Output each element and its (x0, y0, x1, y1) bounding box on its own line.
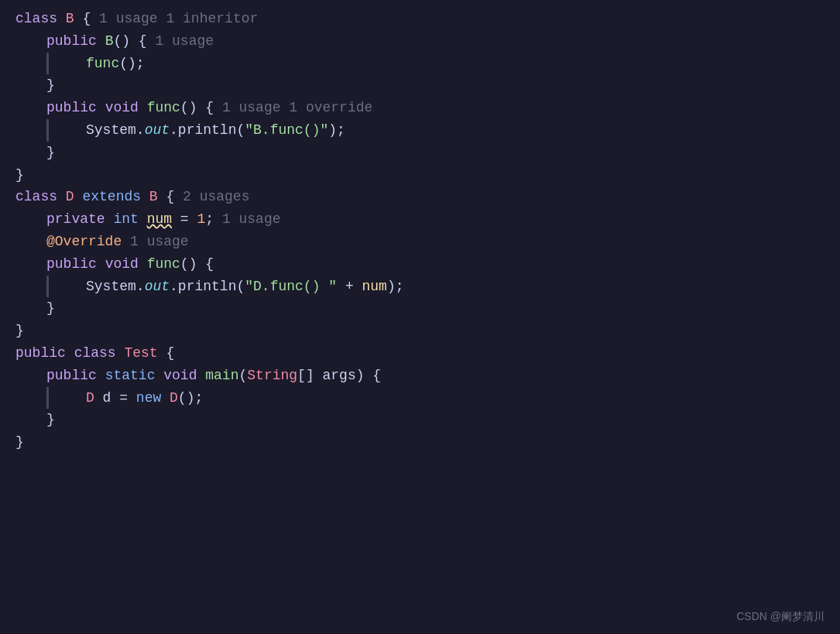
code-line: class D extends B { 2 usages (0, 186, 840, 208)
code-line: System.out.println("B.func()"); (0, 119, 840, 142)
code-line: func(); (0, 53, 840, 75)
code-editor: class B { 1 usage 1 inheritorpublic B() … (0, 0, 840, 634)
code-line: } (0, 431, 840, 454)
code-line: } (0, 409, 840, 431)
code-line: public class Test { (0, 342, 840, 365)
code-line: } (0, 320, 840, 342)
code-line: public static void main(String[] args) { (0, 365, 840, 387)
code-line: @Override 1 usage (0, 231, 840, 253)
code-line: public void func() { (0, 253, 840, 276)
code-line: } (0, 297, 840, 320)
code-line: public void func() { 1 usage 1 override (0, 97, 840, 119)
code-line: } (0, 142, 840, 164)
watermark: CSDN @阑梦清川 (736, 608, 825, 625)
code-container: class B { 1 usage 1 inheritorpublic B() … (0, 8, 840, 454)
code-line: D d = new D(); (0, 387, 840, 410)
code-line: System.out.println("D.func() " + num); (0, 276, 840, 298)
code-line: } (0, 74, 840, 97)
code-line: class B { 1 usage 1 inheritor (0, 8, 840, 30)
code-line: private int num = 1; 1 usage (0, 208, 840, 231)
code-line: public B() { 1 usage (0, 30, 840, 53)
code-line: } (0, 164, 840, 187)
